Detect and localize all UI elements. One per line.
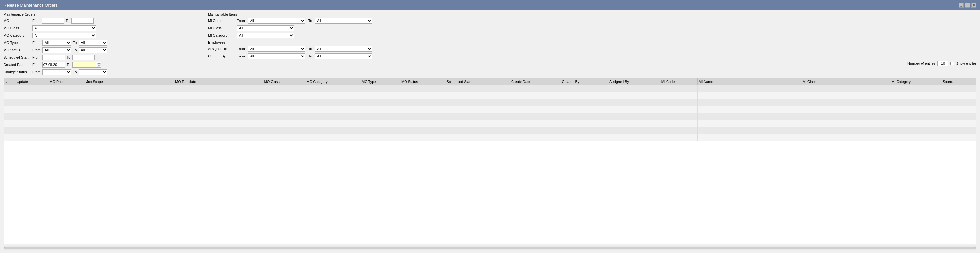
table-cell — [698, 134, 801, 141]
right-filters: Maintainable Items MI Code From All To A… — [189, 13, 977, 76]
created-by-row: Created By From All To All — [208, 53, 977, 59]
mo-status-from-select[interactable]: All — [43, 47, 71, 53]
close-button[interactable]: × — [971, 3, 977, 8]
created-date-from-input[interactable] — [43, 62, 65, 68]
mo-category-select[interactable]: All — [32, 33, 96, 38]
table-cell — [262, 85, 305, 92]
table-cell — [510, 92, 560, 99]
calendar-button[interactable]: 📅 — [96, 62, 101, 68]
mo-type-to-label: To — [73, 41, 77, 45]
table-cell — [48, 92, 85, 99]
table-cell — [560, 106, 608, 113]
data-table-container[interactable]: # Update MO Doc Job Scope MO Template MO… — [3, 77, 977, 244]
scrollbar-track[interactable] — [4, 247, 976, 250]
table-row — [4, 127, 976, 134]
table-cell — [360, 120, 400, 127]
mo-label: MO — [3, 19, 32, 23]
table-cell — [305, 120, 360, 127]
table-cell — [85, 99, 173, 106]
table-cell — [510, 134, 560, 141]
table-cell — [360, 106, 400, 113]
mo-type-from-select[interactable]: All — [43, 40, 71, 46]
table-cell — [510, 99, 560, 106]
table-cell — [560, 127, 608, 134]
entries-count-input[interactable] — [937, 61, 948, 66]
table-cell — [360, 99, 400, 106]
table-cell — [801, 113, 890, 120]
assigned-to-from-select[interactable]: All — [248, 46, 305, 52]
table-cell — [85, 106, 173, 113]
mo-category-label: MO Category — [3, 33, 32, 37]
table-cell — [400, 85, 445, 92]
mo-class-label: MO Class — [3, 26, 32, 30]
mo-status-to-label: To — [73, 48, 77, 52]
col-assigned-by: Assigned By — [608, 78, 660, 85]
mo-from-label: From — [32, 19, 41, 23]
created-by-from-select[interactable]: All — [248, 53, 305, 59]
mo-status-to-select[interactable]: All — [79, 47, 107, 53]
mo-class-select[interactable]: All — [32, 25, 96, 31]
created-by-to-select[interactable]: All — [315, 53, 372, 59]
mo-from-input[interactable] — [41, 18, 64, 24]
table-cell — [660, 92, 697, 99]
col-mo-category: MO Category — [305, 78, 360, 85]
col-hash: # — [4, 78, 15, 85]
scheduled-start-from-input[interactable] — [43, 55, 65, 60]
table-cell — [698, 127, 801, 134]
maintenance-orders-title: Maintenance Orders — [3, 13, 189, 16]
table-cell — [941, 113, 976, 120]
show-entries-checkbox[interactable] — [950, 62, 954, 65]
table-cell — [698, 99, 801, 106]
show-entries-label: Show entries — [956, 62, 977, 65]
table-cell — [174, 99, 262, 106]
mo-status-label: MO Status — [3, 48, 32, 52]
created-date-to-input[interactable] — [72, 62, 96, 68]
table-cell — [4, 106, 15, 113]
horizontal-scrollbar[interactable] — [3, 246, 977, 250]
table-cell — [85, 85, 173, 92]
mi-code-to-select[interactable]: All — [315, 18, 372, 24]
table-cell — [4, 113, 15, 120]
table-cell — [262, 99, 305, 106]
scheduled-start-filter-row: Scheduled Start From To — [3, 54, 189, 61]
mi-code-from-select[interactable]: All — [248, 18, 305, 24]
table-cell — [262, 92, 305, 99]
table-cell — [608, 134, 660, 141]
table-cell — [400, 92, 445, 99]
table-cell — [4, 120, 15, 127]
maximize-button[interactable]: □ — [965, 3, 970, 8]
table-cell — [305, 92, 360, 99]
table-cell — [305, 106, 360, 113]
mo-to-input[interactable] — [71, 18, 94, 24]
table-cell — [15, 106, 48, 113]
table-cell — [400, 106, 445, 113]
mi-class-select[interactable]: All — [237, 25, 294, 31]
change-status-from-select[interactable] — [43, 69, 71, 75]
table-cell — [400, 120, 445, 127]
table-cell — [174, 92, 262, 99]
maintainable-items-title: Maintainable Items — [208, 13, 977, 16]
table-cell — [15, 99, 48, 106]
mo-type-to-select[interactable]: All — [79, 40, 107, 46]
mi-category-select[interactable]: All — [237, 33, 294, 38]
col-create-date: Create Date — [510, 78, 560, 85]
table-cell — [262, 106, 305, 113]
table-cell — [560, 85, 608, 92]
table-cell — [608, 106, 660, 113]
scheduled-start-to-label: To — [67, 55, 71, 59]
mi-code-label: MI Code — [208, 19, 237, 23]
table-cell — [608, 120, 660, 127]
table-cell — [174, 113, 262, 120]
table-cell — [801, 92, 890, 99]
scheduled-start-to-input[interactable] — [72, 55, 95, 60]
table-cell — [941, 99, 976, 106]
assigned-to-row: Assigned To From All To All — [208, 46, 977, 52]
data-table: # Update MO Doc Job Scope MO Template MO… — [4, 78, 976, 141]
change-status-to-select[interactable] — [79, 69, 107, 75]
table-cell — [174, 106, 262, 113]
table-cell — [890, 106, 941, 113]
table-cell — [660, 106, 697, 113]
assigned-to-to-select[interactable]: All — [315, 46, 372, 52]
minimize-button[interactable]: _ — [959, 3, 964, 8]
table-cell — [305, 99, 360, 106]
